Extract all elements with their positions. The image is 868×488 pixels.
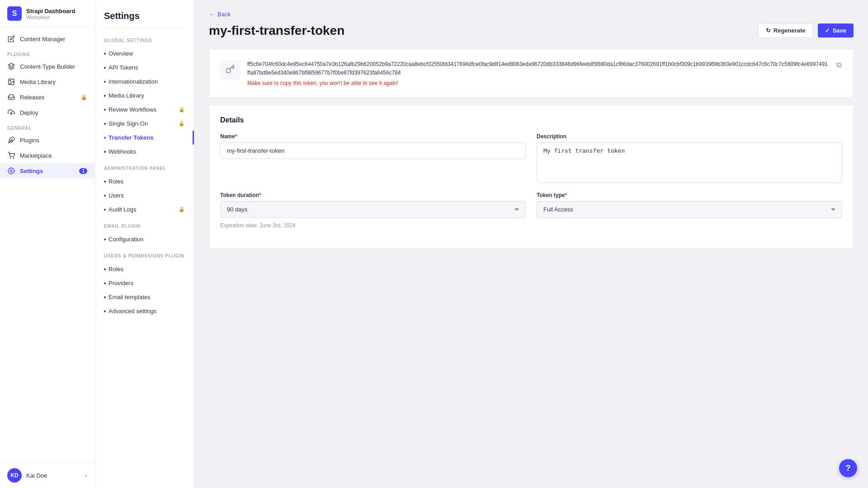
plugins-icon: [7, 136, 15, 144]
sidebar-label-content-manager: Content Manager: [20, 36, 65, 42]
settings-item-single-sign-on[interactable]: Single Sign-On 🔒: [95, 117, 194, 131]
back-label: Back: [217, 11, 231, 18]
settings-item-email-templates[interactable]: Email templates: [95, 290, 194, 304]
settings-panel-title: Settings: [95, 11, 194, 28]
settings-label-webhooks: Webhooks: [108, 148, 136, 155]
svg-marker-0: [8, 63, 14, 66]
back-link[interactable]: ← Back: [209, 11, 854, 18]
sidebar-label-marketplace: Marketplace: [20, 152, 52, 159]
token-text-area: ff5c6e704fc60dc4e95ec644750a7e3b126afb29…: [247, 60, 828, 86]
settings-label-i18n: Internationalization: [108, 78, 158, 85]
details-card: Details Name* Description My first trans…: [209, 105, 854, 249]
token-duration-required-star: *: [259, 192, 261, 198]
providers-dot: [104, 282, 106, 284]
overview-dot: [104, 53, 106, 55]
settings-item-configuration[interactable]: Configuration: [95, 232, 194, 246]
sso-lock-icon: 🔒: [179, 121, 185, 127]
sidebar-item-marketplace[interactable]: Marketplace: [0, 148, 94, 163]
key-icon: [225, 64, 235, 76]
settings-label-api-tokens: API Tokens: [108, 64, 138, 71]
settings-item-internationalization[interactable]: Internationalization: [95, 75, 194, 89]
regenerate-icon: ↻: [766, 27, 771, 34]
i18n-dot: [104, 81, 106, 83]
name-input[interactable]: [220, 142, 526, 159]
settings-item-providers[interactable]: Providers: [95, 276, 194, 290]
token-type-required-star: *: [565, 192, 567, 198]
sidebar-nav: Content Manager PLUGINS Content-Type Bui…: [0, 28, 94, 462]
webhooks-dot: [104, 151, 106, 153]
sidebar-label-deploy: Deploy: [20, 109, 38, 116]
svg-point-2: [10, 80, 11, 81]
settings-item-review-workflows[interactable]: Review Workflows 🔒: [95, 103, 194, 117]
checkmark-icon: ✓: [825, 27, 830, 34]
sidebar-item-deploy[interactable]: Deploy: [0, 105, 94, 120]
api-tokens-dot: [104, 67, 106, 69]
svg-point-6: [10, 158, 10, 158]
settings-item-users[interactable]: Users: [95, 188, 194, 202]
regenerate-button[interactable]: ↻ Regenerate: [758, 23, 813, 38]
token-type-label: Token type*: [537, 192, 842, 198]
configuration-dot: [104, 239, 106, 240]
token-type-select[interactable]: Full Access Push Pull: [537, 201, 842, 218]
svg-point-8: [10, 170, 12, 172]
settings-icon: [7, 167, 15, 175]
sidebar-label-releases: Releases: [20, 94, 44, 101]
sidebar-item-plugins[interactable]: Plugins: [0, 132, 94, 148]
sidebar-footer: KD Kai Doe ‹: [0, 462, 94, 488]
settings-label-configuration: Configuration: [108, 236, 143, 243]
settings-item-api-tokens[interactable]: API Tokens: [95, 61, 194, 75]
sidebar: S Strapi Dashboard Workplace Content Man…: [0, 0, 95, 488]
marketplace-icon: [7, 151, 15, 160]
details-row-1: Name* Description My first transfer toke…: [220, 133, 842, 183]
copy-token-button[interactable]: ⧉: [835, 60, 842, 70]
review-workflows-dot: [104, 109, 106, 111]
settings-item-roles[interactable]: Roles: [95, 174, 194, 188]
sidebar-label-plugins: Plugins: [20, 137, 39, 144]
name-form-group: Name*: [220, 133, 526, 183]
settings-badge: 1: [79, 168, 87, 174]
description-textarea[interactable]: My first transfer token: [537, 142, 842, 183]
settings-item-audit-logs[interactable]: Audit Logs 🔒: [95, 202, 194, 216]
token-warning-text: Make sure to copy this token, you won't …: [247, 80, 828, 86]
user-name: Kai Doe: [26, 472, 47, 479]
page-header: my-first-transfer-token ↻ Regenerate ✓ S…: [209, 23, 854, 38]
name-label: Name*: [220, 133, 526, 140]
review-workflows-lock-icon: 🔒: [179, 107, 185, 113]
save-button[interactable]: ✓ Save: [818, 23, 854, 38]
sidebar-item-content-type-builder[interactable]: Content-Type Builder: [0, 59, 94, 74]
roles-dot: [104, 181, 106, 183]
settings-item-media-library[interactable]: Media Library: [95, 89, 194, 103]
settings-label-audit-logs: Audit Logs: [108, 206, 136, 213]
settings-section-email: EMAIL PLUGIN: [95, 222, 194, 232]
sidebar-item-releases[interactable]: Releases 🔒: [0, 89, 94, 105]
avatar-initials: KD: [10, 472, 18, 479]
description-label: Description: [537, 133, 842, 140]
app-logo: S: [7, 6, 22, 21]
settings-item-webhooks[interactable]: Webhooks: [95, 145, 194, 159]
sidebar-item-content-manager[interactable]: Content Manager: [0, 31, 94, 47]
token-duration-select[interactable]: 7 days 30 days 90 days Unlimited: [220, 201, 526, 218]
app-workspace: Workplace: [26, 14, 75, 20]
settings-item-overview[interactable]: Overview: [95, 47, 194, 61]
description-form-group: Description My first transfer token: [537, 133, 842, 183]
sidebar-label-content-type-builder: Content-Type Builder: [20, 63, 75, 70]
audit-logs-lock-icon: 🔒: [179, 206, 185, 212]
page-title: my-first-transfer-token: [209, 23, 344, 38]
settings-panel: Settings GLOBAL SETTINGS Overview API To…: [95, 0, 194, 488]
settings-label-providers: Providers: [108, 280, 133, 286]
roles2-dot: [104, 268, 106, 270]
settings-item-roles2[interactable]: Roles: [95, 262, 194, 276]
settings-item-transfer-tokens[interactable]: Transfer Tokens: [95, 131, 194, 145]
main-content: ← Back my-first-transfer-token ↻ Regener…: [194, 0, 868, 488]
help-button[interactable]: ?: [839, 459, 857, 477]
sidebar-collapse-button[interactable]: ‹: [85, 471, 87, 479]
token-hash-card: ff5c6e704fc60dc4e95ec644750a7e3b126afb29…: [209, 49, 854, 98]
settings-section-admin: ADMINISTRATION PANEL: [95, 164, 194, 174]
settings-panel-divider: [104, 28, 185, 29]
settings-label-email-templates: Email templates: [108, 294, 150, 300]
details-title: Details: [220, 116, 842, 124]
settings-item-advanced-settings[interactable]: Advanced settings: [95, 304, 194, 318]
sidebar-item-media-library[interactable]: Media Library: [0, 74, 94, 89]
sidebar-item-settings[interactable]: Settings 1: [0, 163, 94, 178]
audit-logs-dot: [104, 209, 106, 211]
